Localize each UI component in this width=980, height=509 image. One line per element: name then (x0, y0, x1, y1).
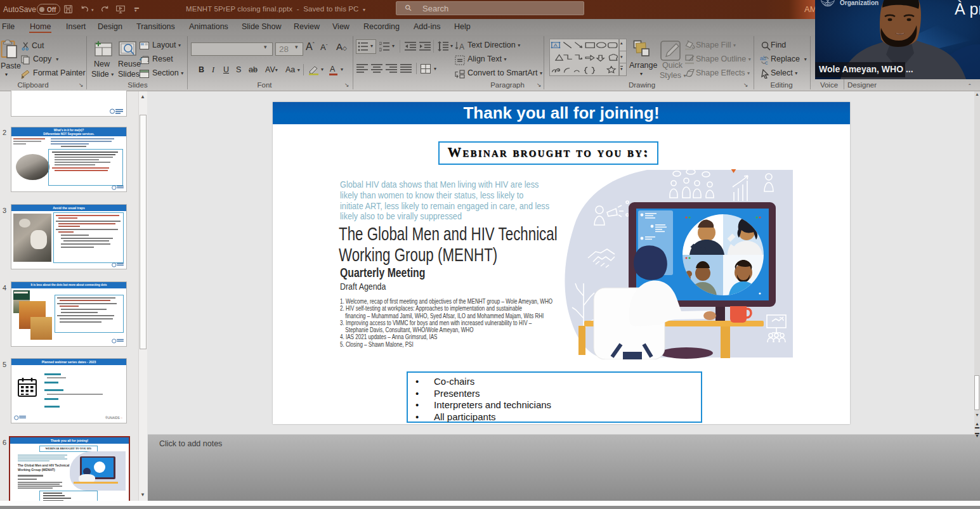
svg-text:c: c (765, 60, 768, 65)
svg-text:A: A (554, 42, 558, 48)
svg-text:Organization: Organization (840, 0, 879, 6)
svg-text:À pr: À pr (955, 0, 980, 18)
svg-text:A: A (459, 42, 464, 51)
